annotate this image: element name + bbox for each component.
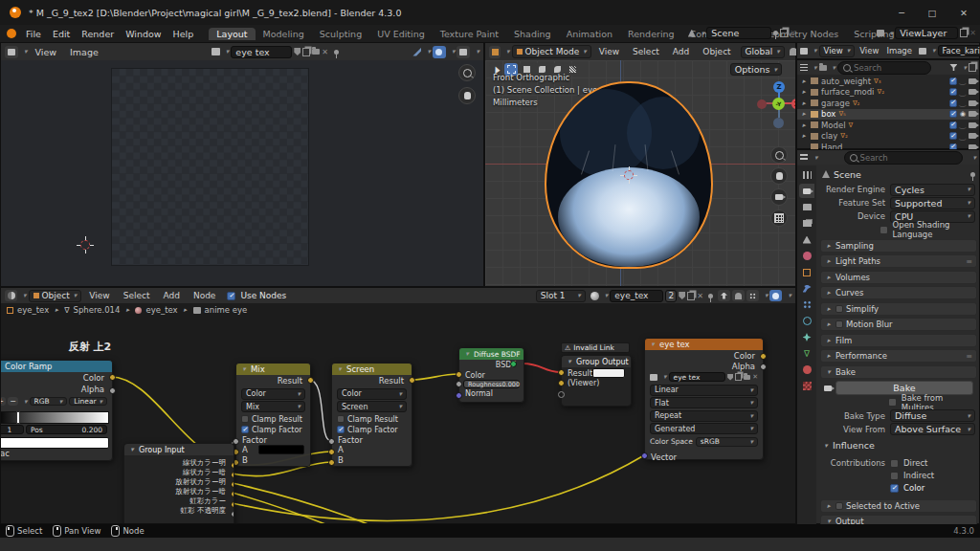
- image-browse-icon[interactable]: [212, 48, 220, 55]
- filter-icon[interactable]: [949, 64, 957, 71]
- image-browse-icon[interactable]: [919, 48, 926, 55]
- socket-viewer-input[interactable]: [558, 380, 565, 386]
- use-nodes-checkbox[interactable]: [227, 292, 235, 300]
- render-engine-select[interactable]: Cycles▾: [890, 184, 975, 196]
- result-color-swatch[interactable]: [592, 368, 625, 378]
- remove-viewlayer-icon[interactable]: ✕: [969, 29, 976, 37]
- socket-normal-input[interactable]: [456, 392, 462, 399]
- node-image-texture[interactable]: ▾eye tex Color Alpha ▾ eye tex ✕ Linear▾…: [644, 338, 764, 460]
- motion-blur-checkbox[interactable]: [835, 320, 843, 328]
- unlink-image-icon[interactable]: ✕: [322, 48, 328, 56]
- preview-shading-icon[interactable]: [769, 290, 782, 301]
- socket-color-output[interactable]: [760, 353, 767, 360]
- material-pin-icon[interactable]: [708, 294, 713, 298]
- unlink-scene-icon[interactable]: ✕: [790, 29, 796, 37]
- node-diffuse-bsdf[interactable]: ▾Diffuse BSDF BSDF Color Roughness0.000 …: [458, 347, 524, 403]
- screen-blend-mode[interactable]: Screen▾: [337, 401, 407, 412]
- open-image-icon[interactable]: [744, 375, 750, 380]
- node-mix[interactable]: ▾Mix Result Color▾ Mix▾ Clamp Result Cla…: [235, 363, 311, 467]
- select-menu[interactable]: Select: [627, 47, 665, 56]
- right-editor-mode[interactable]: View▾: [819, 45, 856, 57]
- viewlayer-selector[interactable]: ViewLayer: [895, 27, 958, 39]
- tab-modifiers[interactable]: [799, 281, 814, 296]
- outliner-search[interactable]: [837, 61, 931, 75]
- image-options-icon[interactable]: [457, 46, 470, 58]
- mix-data-type[interactable]: Color▾: [241, 388, 305, 400]
- socket-roughness-input[interactable]: [456, 381, 462, 387]
- duplicate-image-icon[interactable]: [735, 373, 742, 381]
- editor-type-properties-icon[interactable]: [800, 154, 808, 162]
- image-browse-icon[interactable]: [650, 374, 657, 381]
- screen-data-type[interactable]: Color▾: [337, 388, 407, 400]
- tab-material[interactable]: [799, 363, 814, 377]
- ramp-stop-handle[interactable]: [17, 412, 19, 423]
- viewport-pan-button[interactable]: [770, 167, 788, 185]
- unlink-image-icon[interactable]: ✕: [752, 373, 758, 381]
- socket-output[interactable]: [231, 501, 234, 508]
- section-simplify[interactable]: ▸Simplify: [820, 302, 977, 316]
- extension-select[interactable]: Repeat▾: [650, 410, 758, 422]
- image-view-menu[interactable]: View: [30, 47, 63, 57]
- gizmo-x-axis[interactable]: X: [791, 99, 795, 109]
- outliner-item-furface-modi[interactable]: ▸furface_modi∇₂‿: [797, 87, 979, 99]
- transform-orientation[interactable]: Global▾: [741, 46, 785, 58]
- section-film[interactable]: ▸Film: [820, 334, 977, 347]
- socket-color-output[interactable]: [109, 374, 116, 381]
- node-view-menu[interactable]: View: [83, 291, 115, 300]
- breadcrumb-material[interactable]: eye_tex: [145, 305, 177, 315]
- shader-type-selector[interactable]: Object▾: [29, 290, 82, 302]
- material-icon[interactable]: [590, 292, 599, 300]
- workspace-tab-uv-editing[interactable]: UV Editing: [369, 28, 433, 40]
- viewport-zoom-button[interactable]: [770, 146, 788, 164]
- close-button[interactable]: ✕: [947, 8, 980, 18]
- workspace-tab-shading[interactable]: Shading: [506, 28, 559, 40]
- menu-help[interactable]: Help: [167, 29, 200, 39]
- tab-object[interactable]: [799, 265, 814, 279]
- duplicate-material-icon[interactable]: [687, 292, 695, 300]
- section-selected-to-active[interactable]: ▸Selected to Active: [820, 499, 977, 513]
- section-bake[interactable]: ▾Bake: [820, 365, 977, 379]
- socket-vector-input[interactable]: [641, 452, 648, 459]
- image-canvas[interactable]: [1, 60, 483, 286]
- ramp-color-mode[interactable]: RGB▾: [30, 397, 68, 406]
- socket-result-output[interactable]: [409, 377, 415, 384]
- right-image-name[interactable]: Face_kari: [938, 45, 980, 56]
- socket-alpha-output[interactable]: [760, 364, 767, 370]
- options-dropdown[interactable]: Options▾: [730, 63, 782, 76]
- fake-user-icon[interactable]: [679, 292, 685, 299]
- add-menu[interactable]: Add: [667, 47, 695, 56]
- image-display-channels-icon[interactable]: [433, 46, 446, 58]
- workspace-tab-rendering[interactable]: Rendering: [620, 28, 682, 40]
- view-menu[interactable]: View: [593, 47, 625, 56]
- tab-tool[interactable]: [799, 167, 814, 182]
- outliner-item-garage[interactable]: ▸garage∇₂‿: [797, 98, 979, 109]
- breadcrumb-mesh[interactable]: Sphere.014: [74, 305, 121, 315]
- section-curves[interactable]: ▸Curves: [820, 286, 977, 299]
- viewport-ortho-toggle-button[interactable]: [770, 209, 788, 227]
- socket-bsdf-output[interactable]: [510, 361, 517, 367]
- socket-color-input[interactable]: [456, 371, 462, 378]
- color-ramp-gradient[interactable]: [1, 411, 109, 424]
- clamp-factor-checkbox[interactable]: [241, 426, 249, 433]
- material-name-field[interactable]: eye_tex: [610, 290, 663, 302]
- image-pin-icon[interactable]: [334, 50, 339, 55]
- node-add-menu[interactable]: Add: [157, 291, 185, 300]
- fake-user-icon[interactable]: [294, 48, 301, 55]
- right-view-menu[interactable]: View: [857, 46, 881, 55]
- minimize-button[interactable]: ─: [886, 8, 917, 18]
- tab-particles[interactable]: [799, 298, 814, 312]
- node-screen[interactable]: ▾Screen Result Color▾ Screen▾ Clamp Resu…: [331, 363, 412, 467]
- socket-output[interactable]: [231, 462, 234, 469]
- breadcrumb-node-group[interactable]: anime eye: [205, 305, 248, 315]
- simplify-checkbox[interactable]: [835, 305, 843, 313]
- image-zoom-button[interactable]: [458, 64, 476, 81]
- gizmo-y-axis[interactable]: -Y: [772, 98, 785, 110]
- section-performance[interactable]: ▸Performance≡: [820, 349, 977, 363]
- image-name-field[interactable]: eye tex: [231, 46, 292, 58]
- socket-output[interactable]: [231, 491, 234, 497]
- add-stop-button[interactable]: +: [1, 397, 6, 406]
- interpolation-select[interactable]: Linear▾: [650, 385, 758, 396]
- socket-virtual-input[interactable]: [558, 391, 565, 398]
- node-group-output[interactable]: ▾Group Output Result (Viewer): [561, 355, 632, 407]
- tab-scene[interactable]: [799, 232, 814, 247]
